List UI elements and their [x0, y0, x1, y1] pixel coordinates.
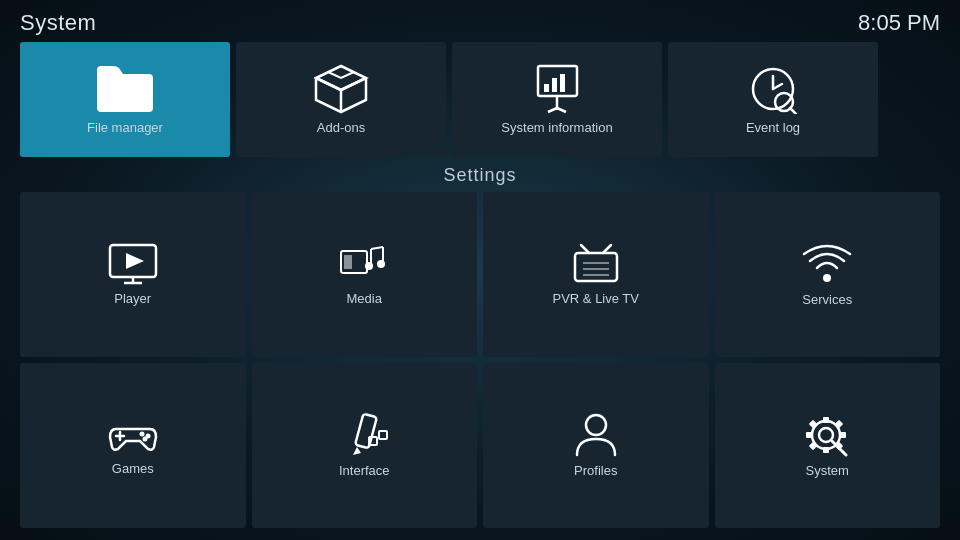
tile-system[interactable]: System [715, 363, 941, 528]
svg-point-37 [139, 432, 144, 437]
games-icon [108, 415, 158, 455]
svg-marker-18 [126, 253, 144, 269]
svg-rect-6 [552, 78, 557, 92]
profiles-icon [571, 413, 621, 457]
svg-point-39 [142, 437, 147, 442]
svg-marker-41 [353, 447, 361, 455]
svg-line-14 [773, 84, 782, 89]
tile-system-information[interactable]: System information [452, 42, 662, 157]
add-ons-icon [314, 64, 369, 114]
tile-games-label: Games [112, 461, 154, 476]
file-manager-icon [95, 64, 155, 114]
svg-rect-40 [355, 414, 377, 449]
tile-pvr-live-tv[interactable]: PVR & Live TV [483, 192, 709, 357]
tile-services[interactable]: Services [715, 192, 941, 357]
svg-point-44 [586, 415, 606, 435]
svg-point-54 [819, 428, 833, 442]
tile-add-ons-label: Add-ons [317, 120, 365, 135]
svg-rect-4 [538, 66, 577, 96]
tile-media-label: Media [347, 291, 382, 306]
page: System 8:05 PM File manager [0, 0, 960, 540]
player-icon [108, 243, 158, 285]
tile-profiles-label: Profiles [574, 463, 617, 478]
page-title: System [20, 10, 96, 36]
interface-icon [339, 413, 389, 457]
svg-line-3 [341, 78, 366, 90]
svg-line-2 [316, 78, 341, 90]
svg-rect-48 [806, 432, 812, 438]
svg-rect-7 [560, 74, 565, 92]
tile-event-log-label: Event log [746, 120, 800, 135]
svg-line-16 [790, 108, 796, 114]
svg-rect-49 [840, 432, 846, 438]
tile-media[interactable]: Media [252, 192, 478, 357]
system-information-icon [530, 64, 585, 114]
tile-player[interactable]: Player [20, 192, 246, 357]
tile-system-label: System [806, 463, 849, 478]
svg-rect-47 [823, 447, 829, 453]
settings-grid: Player Media [0, 192, 960, 540]
svg-rect-43 [379, 431, 387, 439]
svg-point-27 [377, 260, 385, 268]
svg-line-24 [371, 247, 383, 249]
tile-interface-label: Interface [339, 463, 390, 478]
tile-profiles[interactable]: Profiles [483, 363, 709, 528]
svg-line-9 [548, 108, 557, 112]
pvr-live-tv-icon [571, 243, 621, 285]
tile-player-label: Player [114, 291, 151, 306]
tile-event-log[interactable]: Event log [668, 42, 878, 157]
svg-rect-46 [823, 417, 829, 423]
tile-file-manager[interactable]: File manager [20, 42, 230, 157]
svg-line-10 [557, 108, 566, 112]
svg-rect-22 [344, 255, 352, 269]
tile-pvr-live-tv-label: PVR & Live TV [553, 291, 639, 306]
tile-file-manager-label: File manager [87, 120, 163, 135]
services-icon [802, 242, 852, 286]
clock: 8:05 PM [858, 10, 940, 36]
tile-add-ons[interactable]: Add-ons [236, 42, 446, 157]
tile-interface[interactable]: Interface [252, 363, 478, 528]
tile-system-information-label: System information [501, 120, 612, 135]
top-row: File manager Add-ons [0, 42, 960, 157]
event-log-icon [746, 64, 801, 114]
svg-rect-5 [544, 84, 549, 92]
svg-point-26 [365, 262, 373, 270]
header: System 8:05 PM [0, 0, 960, 42]
settings-section-label: Settings [0, 157, 960, 192]
media-icon [339, 243, 389, 285]
system-icon [802, 413, 852, 457]
tile-games[interactable]: Games [20, 363, 246, 528]
tile-services-label: Services [802, 292, 852, 307]
svg-point-34 [823, 274, 831, 282]
svg-rect-28 [575, 253, 617, 281]
